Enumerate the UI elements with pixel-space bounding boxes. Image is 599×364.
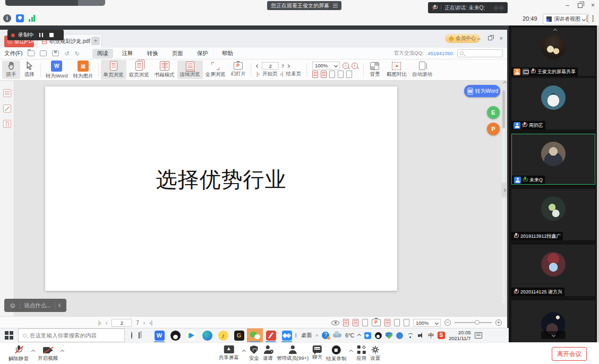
pdf-minimize-button[interactable]: – — [477, 35, 480, 41]
slideshow-icon[interactable] — [372, 319, 381, 326]
volume-icon[interactable] — [418, 333, 424, 339]
unmute-button[interactable]: 解除静音 — [8, 343, 29, 362]
images-panel-icon[interactable] — [3, 105, 11, 112]
wifi-icon[interactable] — [407, 333, 414, 339]
recording-options-chevron[interactable] — [349, 350, 353, 353]
pdf-restore-button[interactable] — [488, 36, 492, 40]
slider-track[interactable] — [455, 322, 492, 323]
cortana-button[interactable] — [131, 332, 132, 339]
start-button[interactable] — [5, 331, 13, 340]
rotate-right-icon[interactable] — [346, 71, 352, 78]
emoji-icon[interactable]: ☺ — [9, 301, 16, 309]
print-icon[interactable] — [40, 50, 47, 56]
double-page-view[interactable]: 双页浏览 — [126, 60, 152, 80]
continuous-icon[interactable] — [362, 319, 368, 326]
first-page-icon[interactable]: |‹ — [256, 71, 260, 77]
panel-expander[interactable] — [501, 183, 507, 197]
next-page-icon[interactable]: › — [143, 320, 145, 326]
tab-pages[interactable]: 页面 — [167, 49, 188, 58]
participant-tile[interactable]: 2020114125 谢方兴 — [511, 245, 595, 296]
qq-number[interactable]: 451941050 — [427, 50, 453, 56]
taskbar-app-pdf[interactable] — [263, 328, 279, 342]
end-page-label[interactable]: 结束页 — [286, 71, 301, 77]
tab-help[interactable]: 帮助 — [217, 49, 238, 58]
toolbar-handle[interactable]: ‖ — [295, 333, 297, 339]
pdf-search-box[interactable] — [457, 49, 503, 57]
fit-width-icon[interactable] — [321, 71, 327, 78]
stop-recording-button[interactable]: 结束录制 — [326, 343, 346, 362]
action-center-icon[interactable] — [475, 332, 482, 339]
zoom-out-icon[interactable]: − — [343, 63, 349, 69]
pdf-close-button[interactable]: × — [500, 35, 503, 41]
actual-size-icon[interactable] — [404, 319, 409, 326]
task-view-button[interactable] — [139, 332, 140, 339]
zoom-out-button[interactable]: − — [444, 319, 451, 326]
status-zoom-select[interactable]: 100% — [413, 319, 441, 327]
slideshow-tool[interactable]: 幻灯片 — [228, 61, 249, 79]
tab-read[interactable]: 阅读 — [92, 49, 113, 58]
convert-to-word-tool[interactable]: W 转为Word — [43, 59, 71, 81]
fit-page-icon[interactable] — [312, 71, 318, 78]
participant-tile-speaking[interactable]: 未来Q — [511, 134, 595, 185]
taskbar-app-wps[interactable]: W — [151, 328, 167, 342]
float-convert-excel-button[interactable]: E — [487, 106, 500, 119]
single-page-view[interactable]: 单页浏览 — [101, 60, 126, 80]
first-page-icon[interactable]: |‹ — [98, 320, 101, 326]
member-center-button[interactable]: 会员中心 — [445, 34, 480, 43]
select-tool[interactable]: 选择 — [20, 60, 38, 79]
list-icon[interactable] — [333, 4, 338, 7]
fullscreen-view[interactable]: 全屏浏览 — [203, 61, 228, 79]
taskbar-app-g[interactable]: G — [231, 328, 247, 342]
weather-cloud-icon[interactable] — [333, 333, 341, 337]
taskbar-app-tencent-video[interactable] — [183, 328, 199, 342]
document-page[interactable]: 选择优势行业 — [45, 86, 397, 291]
audio-options-chevron[interactable] — [31, 350, 35, 353]
open-folder-icon[interactable] — [28, 50, 35, 56]
last-page-icon[interactable]: ›| — [149, 320, 152, 326]
share-options-chevron[interactable] — [242, 350, 246, 353]
book-mode-view[interactable]: 书籍模式 — [152, 60, 177, 80]
fit-page-icon[interactable] — [384, 319, 390, 326]
new-tab-button[interactable]: + — [91, 37, 100, 45]
single-page-icon[interactable] — [343, 319, 349, 326]
save-icon[interactable] — [52, 50, 59, 56]
bottom-page-input[interactable] — [112, 319, 132, 327]
tray-cloud-drive-icon[interactable] — [396, 332, 403, 339]
continuous-view[interactable]: 连续浏览 — [177, 60, 203, 79]
security-button[interactable]: 安全 — [249, 343, 259, 362]
previous-page-icon[interactable] — [256, 64, 260, 67]
share-screen-button[interactable]: 共享屏幕 — [219, 343, 239, 361]
actual-size-icon[interactable] — [329, 71, 335, 78]
participant-tile-partial[interactable] — [511, 300, 595, 342]
last-page-icon[interactable]: ›| — [280, 71, 283, 77]
settings-button[interactable]: 设置 — [370, 343, 380, 362]
apps-button[interactable]: 应用 — [356, 343, 366, 362]
stop-recording-button[interactable] — [49, 33, 54, 37]
info-icon[interactable]: i — [3, 14, 11, 22]
previous-page-icon[interactable]: ‹ — [106, 320, 107, 326]
slider-thumb[interactable] — [475, 320, 480, 325]
taskbar-app-edge[interactable] — [199, 328, 215, 342]
minimize-button[interactable]: – — [566, 2, 569, 8]
tray-meeting-icon[interactable] — [364, 332, 371, 339]
taskbar-app-wechat[interactable] — [247, 328, 263, 342]
rotate-left-icon[interactable] — [338, 71, 344, 78]
taskbar-search[interactable] — [18, 328, 125, 342]
tab-annotate[interactable]: 注释 — [117, 49, 138, 58]
toolbar-more-icon[interactable]: » — [315, 333, 318, 338]
scrollbar-thumb[interactable] — [502, 90, 505, 128]
next-page-icon[interactable] — [286, 64, 290, 67]
hidden-icons-chevron[interactable] — [357, 333, 361, 337]
leave-meeting-button[interactable]: 离开会议 — [552, 347, 587, 361]
bookmarks-panel-icon[interactable] — [3, 120, 11, 128]
file-menu[interactable]: 文件(F) — [4, 50, 22, 57]
eye-protection-icon[interactable] — [331, 320, 339, 325]
convert-to-image-tool[interactable]: ▦ 转为图片 — [71, 59, 96, 81]
tray-defender-icon[interactable] — [386, 332, 392, 339]
taskbar-clock[interactable]: 20:05 2021/11/7 — [449, 330, 471, 341]
scroll-participants-button[interactable] — [541, 331, 566, 339]
fullscreen-button[interactable]: [ ] — [586, 14, 595, 22]
participant-tile[interactable]: 周韵艺 — [511, 78, 595, 129]
double-page-icon[interactable] — [353, 319, 358, 326]
pdf-search-input[interactable] — [464, 51, 495, 56]
